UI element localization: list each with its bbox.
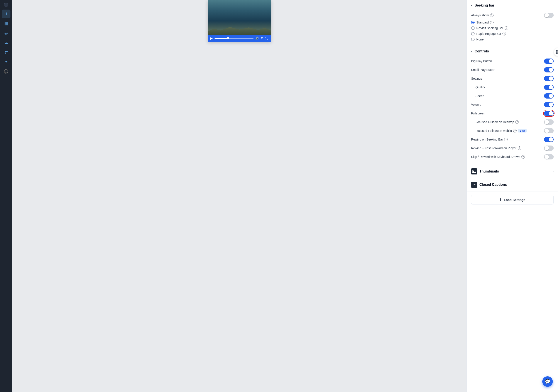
settings-icon[interactable]: ⚙: [261, 37, 263, 40]
sparkle-icon: ✦: [5, 59, 8, 64]
seeking-bar-title: Seeking bar: [475, 3, 494, 7]
main-area: ▶ 🔊 ⚙ ⛶ ▾ Seeking bar Always show: [12, 0, 558, 392]
chat-button[interactable]: 💬: [542, 376, 553, 387]
load-settings-button[interactable]: ⬆ Load Settings: [471, 195, 554, 204]
video-controls: ▶ 🔊 ⚙ ⛶: [208, 35, 271, 42]
headset-icon: 🎧: [4, 69, 9, 74]
seeking-bar-header[interactable]: ▾ Seeking bar: [467, 0, 558, 11]
rewind-seeking-help-icon[interactable]: ?: [504, 138, 508, 141]
speed-toggle[interactable]: [544, 93, 554, 99]
rapid-label: Rapid Engage Bar ?: [476, 32, 506, 35]
skip-rewind-help-icon[interactable]: ?: [521, 155, 525, 158]
sidebar-item-headset[interactable]: 🎧: [2, 67, 10, 76]
small-play-row: Small Play Button: [471, 66, 554, 74]
sidebar-item-analytics[interactable]: ◎: [2, 29, 10, 37]
sidebar-item-upload[interactable]: ⬆: [2, 9, 10, 18]
controls-header[interactable]: ▾ Controls: [467, 46, 558, 57]
focused-mobile-help-icon[interactable]: ?: [513, 129, 517, 133]
sidebar: › ⬆ ▦ ◎ ☁ ⇄ ✦ 🎧: [0, 0, 12, 392]
toggle-knob: [544, 146, 549, 150]
thumbnails-header-left: Thumbnails: [471, 168, 499, 175]
progress-bar[interactable]: [215, 38, 253, 39]
settings-toggle[interactable]: [544, 76, 554, 81]
closed-captions-title: Closed Captions: [479, 183, 507, 187]
always-show-help-icon[interactable]: ?: [490, 14, 494, 17]
fullscreen-toggle[interactable]: [544, 111, 554, 116]
volume-label: Volume: [471, 103, 481, 106]
closed-captions-header[interactable]: CC Closed Captions: [467, 178, 558, 191]
sidebar-toggle[interactable]: ›: [4, 3, 8, 7]
sidebar-item-cloud[interactable]: ☁: [2, 38, 10, 47]
skip-rewind-toggle[interactable]: [544, 154, 554, 159]
volume-toggle[interactable]: [544, 102, 554, 107]
closed-captions-section: CC Closed Captions: [467, 178, 558, 192]
seeking-bar-content: Always show ? Standard ?: [467, 11, 558, 46]
rewind-fast-forward-help-icon[interactable]: ?: [518, 146, 521, 150]
big-play-toggle[interactable]: [544, 58, 554, 64]
toggle-knob: [544, 120, 549, 124]
video-thumbnail: [208, 0, 271, 35]
thumbnails-icon-box: [471, 168, 477, 175]
chevron-right-icon: ›: [6, 4, 6, 6]
analytics-icon: ◎: [4, 31, 8, 35]
speed-row: Speed: [471, 92, 554, 100]
thumbnails-section: Thumbnails ›: [467, 165, 558, 178]
small-play-label: Small Play Button: [471, 68, 495, 72]
focused-desktop-help-icon[interactable]: ?: [515, 120, 519, 124]
content-area: ▶ 🔊 ⚙ ⛶: [12, 0, 467, 392]
focused-fullscreen-mobile-toggle[interactable]: [544, 128, 554, 133]
play-button[interactable]: ▶: [210, 37, 213, 40]
fullscreen-icon[interactable]: ⛶: [265, 37, 268, 40]
focused-fullscreen-mobile-label: Focused Fullscreen Mobile ? Beta: [471, 129, 527, 133]
rapid-radio[interactable]: [471, 32, 475, 35]
focused-fullscreen-desktop-row: Focused Fullscreen Desktop ?: [471, 118, 554, 126]
sidebar-item-layout[interactable]: ▦: [2, 19, 10, 28]
chevron-down-controls-icon: ▾: [471, 50, 472, 53]
speed-label: Speed: [471, 94, 484, 98]
sidebar-item-shuffle[interactable]: ⇄: [2, 48, 10, 57]
standard-radio[interactable]: [471, 21, 475, 24]
cloud-icon: ☁: [4, 40, 8, 45]
rewind-fast-forward-label: Rewind + Fast Forward on Player ?: [471, 146, 521, 150]
skip-rewind-label: Skip / Rewind with Keyboard Arrows ?: [471, 155, 525, 158]
always-show-label: Always show ?: [471, 14, 494, 17]
volume-icon[interactable]: 🔊: [255, 37, 259, 40]
standard-label: Standard ?: [476, 21, 494, 24]
quality-row: Quality: [471, 83, 554, 92]
video-player: ▶ 🔊 ⚙ ⛶: [208, 0, 271, 42]
none-radio[interactable]: [471, 38, 475, 41]
revisit-help-icon[interactable]: ?: [505, 26, 508, 30]
big-play-label: Big Play Button: [471, 59, 492, 63]
focused-fullscreen-desktop-label: Focused Fullscreen Desktop ?: [471, 120, 519, 124]
always-show-toggle[interactable]: [544, 13, 554, 18]
controls-content: Big Play Button Small Play Button Settin…: [467, 57, 558, 165]
sidebar-item-sparkle[interactable]: ✦: [2, 58, 10, 66]
rewind-fast-forward-toggle[interactable]: [544, 146, 554, 151]
rewind-seeking-toggle[interactable]: [544, 137, 554, 142]
volume-row: Volume: [471, 100, 554, 109]
skip-rewind-row: Skip / Rewind with Keyboard Arrows ?: [471, 152, 554, 161]
closed-captions-header-left: CC Closed Captions: [471, 182, 507, 188]
rewind-seeking-label: Rewind on Seeking Bar ?: [471, 138, 508, 141]
none-radio-row: None: [471, 37, 554, 42]
thumbnails-title: Thumbnails: [479, 169, 499, 173]
thumbnails-header[interactable]: Thumbnails ›: [467, 165, 558, 178]
toggle-knob: [549, 111, 553, 116]
toggle-knob: [549, 94, 553, 98]
toggle-knob: [549, 137, 553, 142]
grid-icon: [556, 50, 558, 54]
small-play-toggle[interactable]: [544, 67, 554, 72]
chat-icon: 💬: [545, 379, 550, 384]
quality-toggle[interactable]: [544, 85, 554, 90]
layout-icon: ▦: [4, 21, 8, 26]
thumbnails-arrow-icon: ›: [553, 170, 554, 173]
standard-help-icon[interactable]: ?: [490, 21, 494, 24]
revisit-label: ReVisit Seeking Bar ?: [476, 26, 508, 30]
quality-label: Quality: [471, 85, 485, 89]
focused-fullscreen-desktop-toggle[interactable]: [544, 119, 554, 125]
video-rocks: [208, 26, 271, 35]
toggle-knob: [549, 68, 553, 72]
rapid-help-icon[interactable]: ?: [502, 32, 506, 35]
revisit-radio[interactable]: [471, 26, 475, 30]
toggle-knob: [544, 13, 549, 17]
